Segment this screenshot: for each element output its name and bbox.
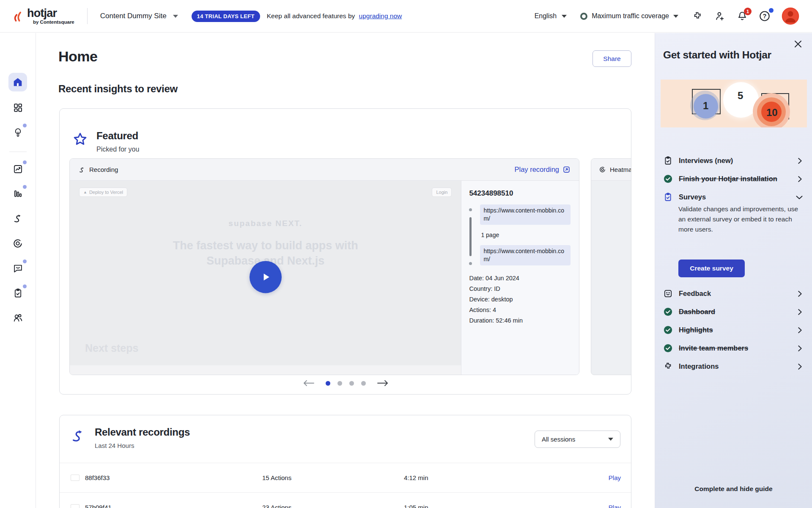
- faded-footer-strip: [70, 365, 461, 375]
- carousel-dot[interactable]: [361, 381, 366, 386]
- sidebar-item-home[interactable]: [8, 73, 27, 91]
- account-menu-button[interactable]: [782, 7, 799, 25]
- guide-item-interviews[interactable]: Interviews (new): [663, 152, 804, 170]
- relevant-recordings-card: Relevant recordings Last 24 Hours All se…: [59, 415, 631, 508]
- recording-player: ▲ Deploy to Vercel Login supabase NEXT. …: [70, 181, 461, 375]
- recording-row-duration: 1:05 min: [404, 504, 587, 508]
- play-button[interactable]: [250, 261, 282, 293]
- guide-item-highlights[interactable]: Highlights: [663, 321, 804, 339]
- invite-user-button[interactable]: [714, 11, 725, 22]
- guide-item-invite[interactable]: Invite team members: [663, 339, 804, 357]
- recording-row-duration: 4:12 min: [404, 474, 587, 481]
- upgrade-now-link[interactable]: upgrading now: [359, 12, 402, 19]
- site-selector[interactable]: Content Dummy Site: [100, 12, 178, 20]
- featured-carousel: [60, 380, 631, 387]
- top-header: hotjar by Contentsquare Content Dummy Si…: [0, 0, 812, 33]
- users-icon: [12, 312, 23, 323]
- clipboard-check-icon: [663, 192, 673, 202]
- new-feature-dot: [23, 260, 27, 263]
- lightbulb-icon: [13, 127, 23, 138]
- sidebar-item-surveys[interactable]: [8, 284, 27, 302]
- clipboard-check-icon: [663, 156, 673, 166]
- notifications-button[interactable]: 1: [737, 11, 748, 22]
- sessions-filter-label: All sessions: [542, 436, 575, 443]
- recording-device: Device: desktop: [469, 296, 571, 303]
- sidebar-item-recordings[interactable]: [8, 209, 27, 227]
- visited-url[interactable]: https://www.content-mobbin.com/: [480, 245, 571, 265]
- home-icon: [12, 77, 23, 88]
- check-circle-icon: [663, 174, 673, 184]
- language-selector[interactable]: English: [535, 12, 567, 20]
- faded-login-label: Login: [436, 190, 447, 195]
- guide-item-feedback[interactable]: Feedback: [663, 284, 804, 303]
- guide-item-dashboard[interactable]: Dashboard: [663, 303, 804, 321]
- svg-text:?: ?: [763, 13, 767, 19]
- carousel-next-button[interactable]: [377, 380, 389, 387]
- external-link-icon: [562, 166, 571, 174]
- sidebar-item-feedback[interactable]: [8, 259, 27, 277]
- hotjar-logo[interactable]: hotjar by Contentsquare: [13, 8, 74, 25]
- row-play-link[interactable]: Play: [587, 504, 621, 508]
- sidebar-item-funnels[interactable]: [8, 184, 27, 203]
- guide-item-installation[interactable]: Finish your Hotjar installation: [663, 170, 804, 188]
- faded-next-steps: Next steps: [85, 342, 138, 354]
- sidebar-item-dashboards[interactable]: [8, 98, 27, 117]
- guide-item-label: Feedback: [679, 290, 711, 298]
- carousel-dot[interactable]: [337, 381, 342, 386]
- timeline-dot: [469, 208, 472, 211]
- visited-url[interactable]: https://www.content-mobbin.com/: [480, 204, 571, 225]
- brand-name: hotjar: [27, 8, 74, 19]
- carousel-dot[interactable]: [349, 381, 354, 386]
- heatmap-card-partial[interactable]: Heatmaps: [591, 158, 631, 375]
- featured-title: Featured: [96, 130, 139, 142]
- play-icon: [259, 271, 272, 283]
- recording-meta: Date: 04 Jun 2024 Country: ID Device: de…: [469, 275, 571, 324]
- sidebar-item-heatmaps[interactable]: [8, 234, 27, 253]
- survey-clipboard-icon: [13, 288, 23, 298]
- section-title: Recent insights to review: [58, 83, 178, 95]
- trends-chart-icon: [13, 164, 23, 174]
- recording-card-body: ▲ Deploy to Vercel Login supabase NEXT. …: [70, 181, 579, 375]
- recording-duration: Duration: 52:46 min: [469, 317, 571, 324]
- guide-item-integrations[interactable]: Integrations: [663, 357, 804, 375]
- recording-icon: [78, 166, 85, 173]
- trial-days-badge: 14 TRIAL DAYS LEFT: [192, 11, 260, 22]
- close-guide-button[interactable]: [793, 39, 804, 50]
- recording-card: Recording Play recording: [69, 158, 579, 375]
- play-recording-link[interactable]: Play recording: [515, 166, 571, 174]
- create-survey-button[interactable]: Create survey: [678, 260, 745, 277]
- chevron-down-icon: [562, 15, 567, 18]
- chevron-down-icon: [673, 15, 678, 18]
- table-row[interactable]: 57b09f41 23 Actions 1:05 min Play: [60, 492, 631, 508]
- carousel-prev-button[interactable]: [303, 380, 315, 387]
- guide-item-label: Invite team members: [679, 344, 748, 352]
- guide-item-surveys[interactable]: Surveys: [663, 188, 804, 206]
- sessions-filter-dropdown[interactable]: All sessions: [535, 431, 620, 448]
- carousel-dot-active[interactable]: [326, 381, 330, 386]
- share-button[interactable]: Share: [593, 50, 631, 67]
- bar-chart-icon: [13, 188, 23, 199]
- complete-hide-guide-link[interactable]: Complete and hide guide: [655, 485, 812, 493]
- pages-count: 1 page: [481, 232, 571, 238]
- recording-date: Date: 04 Jun 2024: [469, 275, 571, 282]
- left-sidebar: [0, 33, 36, 508]
- integrations-button[interactable]: [692, 11, 703, 22]
- recording-country: Country: ID: [469, 285, 571, 292]
- faded-logos-row: supabase NEXT.: [70, 219, 461, 228]
- guide-item-label: Surveys: [679, 193, 706, 201]
- recording-row-id: 88f36f33: [85, 474, 110, 481]
- traffic-coverage-selector[interactable]: Maximum traffic coverage: [580, 12, 678, 20]
- recording-id: 54234898510: [469, 189, 571, 198]
- row-play-link[interactable]: Play: [587, 474, 621, 481]
- sidebar-item-insights[interactable]: [8, 123, 27, 141]
- help-button[interactable]: ?: [759, 11, 770, 22]
- relevant-title: Relevant recordings: [95, 426, 190, 438]
- recording-row-actions: 15 Actions: [262, 474, 404, 481]
- sidebar-item-team[interactable]: [8, 309, 27, 327]
- trial-message-text: Keep all advanced features by: [267, 12, 355, 19]
- recording-timeline: https://www.content-mobbin.com/ 1 page h…: [469, 204, 571, 265]
- play-recording-label: Play recording: [515, 166, 559, 174]
- sidebar-item-trends[interactable]: [8, 160, 27, 178]
- table-row[interactable]: 88f36f33 15 Actions 4:12 min Play: [60, 463, 631, 492]
- header-right-group: English Maximum traffic coverage: [535, 7, 799, 25]
